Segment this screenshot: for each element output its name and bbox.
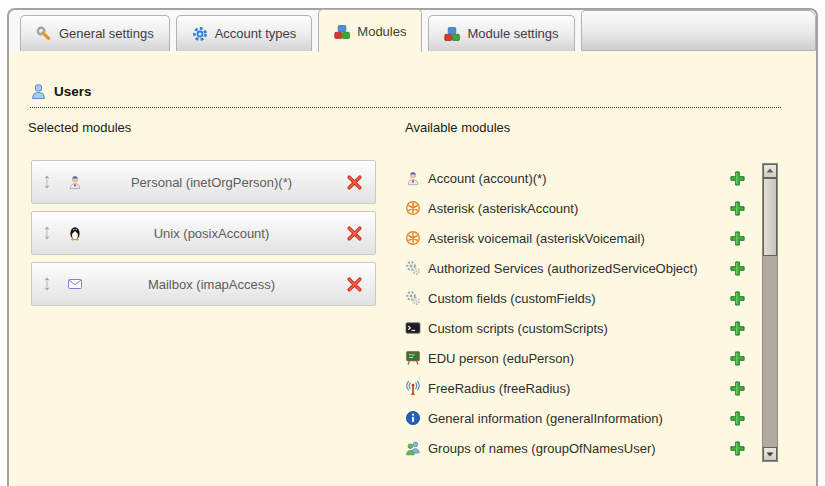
add-icon[interactable] <box>729 380 746 397</box>
scroll-up-button[interactable] <box>763 164 777 178</box>
penguin-icon <box>67 225 83 241</box>
tab-bar: General settings Account types Modules M… <box>9 10 816 51</box>
add-icon[interactable] <box>729 350 746 367</box>
available-module-custom-fields: Custom fields (customFields) <box>405 283 746 313</box>
scroll-up-arrow-icon <box>764 165 776 177</box>
add-icon[interactable] <box>729 440 746 457</box>
tab-label: Module settings <box>467 26 558 41</box>
drag-handle-icon[interactable] <box>42 225 52 241</box>
delete-icon[interactable] <box>346 225 363 242</box>
add-icon[interactable] <box>729 200 746 217</box>
lam-configuration-screen: General settings Account types Modules M… <box>0 0 825 486</box>
delete-icon[interactable] <box>346 276 363 293</box>
add-icon[interactable] <box>729 230 746 247</box>
module-label: EDU person (eduPerson) <box>428 351 729 366</box>
available-modules-scrollbar[interactable] <box>762 163 778 462</box>
asterisk-icon <box>405 230 421 246</box>
selected-modules-label: Selected modules <box>28 120 131 135</box>
module-label: Asterisk (asteriskAccount) <box>428 201 729 216</box>
mail-icon <box>67 276 83 292</box>
section-title: Users <box>54 84 92 99</box>
available-module-authorized-services: Authorized Services (authorizedServiceOb… <box>405 253 746 283</box>
tab-modules[interactable]: Modules <box>318 9 422 52</box>
tab-general-settings[interactable]: General settings <box>20 15 170 51</box>
module-label: Asterisk voicemail (asteriskVoicemail) <box>428 231 729 246</box>
add-icon[interactable] <box>729 290 746 307</box>
module-label: FreeRadius (freeRadius) <box>428 381 729 396</box>
available-module-edu-person: EDU person (eduPerson) <box>405 343 746 373</box>
available-module-general-information: General information (generalInformation) <box>405 403 746 433</box>
gear-icon <box>192 26 208 42</box>
available-module-groups-of-names: Groups of names (groupOfNamesUser) <box>405 433 746 463</box>
available-module-asterisk: Asterisk (asteriskAccount) <box>405 193 746 223</box>
available-modules-label: Available modules <box>405 120 510 135</box>
add-icon[interactable] <box>729 170 746 187</box>
blocks-icon <box>334 24 350 40</box>
tab-module-settings[interactable]: Module settings <box>428 15 574 51</box>
module-label: Unix (posixAccount) <box>83 226 346 241</box>
tab-label: General settings <box>59 26 154 41</box>
available-module-custom-scripts: Custom scripts (customScripts) <box>405 313 746 343</box>
info-icon <box>405 410 421 426</box>
group-icon <box>405 440 421 456</box>
add-icon[interactable] <box>729 260 746 277</box>
antenna-icon <box>405 380 421 396</box>
module-label: Authorized Services (authorizedServiceOb… <box>428 261 729 276</box>
module-label: Mailbox (imapAccess) <box>83 277 346 292</box>
section-header-users: Users <box>30 83 781 108</box>
scroll-down-button[interactable] <box>763 447 777 461</box>
module-label: Account (account)(*) <box>428 171 729 186</box>
blocks-icon <box>444 26 460 42</box>
selected-module-mailbox[interactable]: Mailbox (imapAccess) <box>31 262 376 306</box>
tab-label: Modules <box>357 24 406 39</box>
available-module-asterisk-voicemail: Asterisk voicemail (asteriskVoicemail) <box>405 223 746 253</box>
gears-icon <box>405 290 421 306</box>
module-label: Groups of names (groupOfNamesUser) <box>428 441 729 456</box>
selected-modules-list: Personal (inetOrgPerson)(*) Unix (posixA… <box>31 160 376 313</box>
gears-icon <box>405 260 421 276</box>
selected-module-personal[interactable]: Personal (inetOrgPerson)(*) <box>31 160 376 204</box>
add-icon[interactable] <box>729 410 746 427</box>
tab-account-types[interactable]: Account types <box>176 15 313 51</box>
tab-bar-filler <box>581 10 816 51</box>
available-modules-list: Account (account)(*) Asterisk (asteriskA… <box>405 163 746 463</box>
wrench-icon <box>36 26 52 42</box>
drag-handle-icon[interactable] <box>42 276 52 292</box>
asterisk-icon <box>405 200 421 216</box>
drag-handle-icon[interactable] <box>42 174 52 190</box>
tab-label: Account types <box>215 26 297 41</box>
available-module-account: Account (account)(*) <box>405 163 746 193</box>
terminal-icon <box>405 320 421 336</box>
module-label: General information (generalInformation) <box>428 411 729 426</box>
person-icon <box>405 170 421 186</box>
add-icon[interactable] <box>729 320 746 337</box>
selected-module-unix[interactable]: Unix (posixAccount) <box>31 211 376 255</box>
blackboard-icon <box>405 350 421 366</box>
available-module-freeradius: FreeRadius (freeRadius) <box>405 373 746 403</box>
scrollbar-thumb[interactable] <box>763 178 777 256</box>
delete-icon[interactable] <box>346 174 363 191</box>
module-label: Personal (inetOrgPerson)(*) <box>83 175 346 190</box>
user-icon <box>30 83 47 100</box>
person-icon <box>67 174 83 190</box>
module-label: Custom scripts (customScripts) <box>428 321 729 336</box>
module-label: Custom fields (customFields) <box>428 291 729 306</box>
scroll-down-arrow-icon <box>764 448 776 460</box>
